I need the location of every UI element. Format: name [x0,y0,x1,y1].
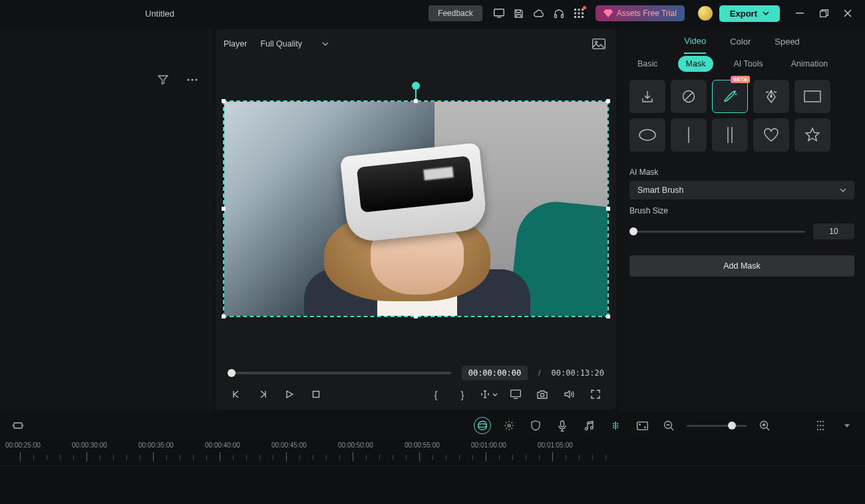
mask-import-icon[interactable] [629,80,665,113]
fullscreen-icon[interactable] [587,386,604,403]
aspect-ratio-icon[interactable] [633,417,651,434]
next-frame-button[interactable] [254,386,271,403]
grid-handle-icon[interactable] [812,417,829,434]
slider-handle[interactable] [629,227,637,235]
ai-mask-value: Smart Brush [637,186,683,195]
shield-icon[interactable] [527,417,544,434]
beta-badge: BETA [731,76,750,83]
svg-point-21 [540,393,544,396]
menu-caret-icon[interactable] [838,417,856,434]
preview-area[interactable] [216,59,616,359]
project-title: Untitled [145,9,174,19]
resize-handle[interactable] [606,315,610,318]
text-cursor-icon[interactable] [480,386,498,403]
zoom-out-icon[interactable] [660,417,677,434]
ruler-time-label: 00:01:00:00 [471,441,506,449]
quality-selector[interactable]: Full Quality [260,39,329,49]
window-minimize[interactable] [788,3,812,23]
window-close[interactable] [836,3,860,23]
timeline-tracks[interactable] [0,465,865,504]
ai-sphere-icon[interactable] [474,417,491,434]
mask-double-line-icon[interactable] [712,118,748,152]
svg-point-30 [478,424,487,427]
display-icon[interactable] [507,386,524,403]
volume-icon[interactable] [560,386,578,403]
tab-speed[interactable]: Speed [775,30,800,53]
current-timecode[interactable]: 00:00:00:00 [462,366,528,380]
zoom-in-icon[interactable] [756,417,773,434]
assets-trial-button[interactable]: Assets Free Trial [596,5,685,21]
subtab-ai-tools[interactable]: AI Tools [725,56,771,72]
save-icon[interactable] [509,3,529,23]
timeline-ruler[interactable]: 00:00:25:0000:00:30:0000:00:35:0000:00:4… [0,439,865,465]
svg-point-31 [508,424,510,427]
svg-point-45 [820,429,821,430]
svg-rect-6 [574,13,576,15]
subtab-mask[interactable]: Mask [678,56,714,72]
inspector-tabs: Video Color Speed [619,27,865,56]
music-note-icon[interactable] [580,417,598,434]
scrub-handle[interactable] [228,369,236,377]
feedback-button[interactable]: Feedback [429,5,482,21]
tab-color[interactable]: Color [730,30,751,53]
apps-grid-icon[interactable] [569,3,589,23]
tab-video[interactable]: Video [684,29,706,54]
ruler-time-label: 00:01:05:00 [538,441,573,449]
microphone-icon[interactable] [554,417,571,434]
camera-snapshot-icon[interactable] [534,386,551,403]
chevron-down-icon [322,42,329,46]
player-label: Player [224,39,247,49]
timeline-zoom-slider[interactable] [687,425,747,427]
resize-handle[interactable] [414,99,418,103]
subtab-animation[interactable]: Animation [783,56,836,72]
rotate-handle[interactable] [412,82,420,90]
mask-heart-icon[interactable] [753,118,789,152]
mask-single-line-icon[interactable] [671,118,707,152]
svg-rect-35 [637,422,647,430]
resize-handle[interactable] [414,315,418,318]
mask-star-icon[interactable] [794,118,830,152]
subtab-basic[interactable]: Basic [629,56,666,72]
resize-handle[interactable] [222,207,226,211]
more-icon[interactable] [182,70,202,90]
window-maximize[interactable] [812,3,836,23]
filter-icon[interactable] [153,70,173,90]
svg-point-27 [639,130,655,140]
clip-transform-box[interactable] [223,100,609,317]
resize-handle[interactable] [222,315,226,318]
ai-mask-dropdown[interactable]: Smart Brush [629,181,854,199]
svg-point-15 [191,78,193,80]
resize-handle[interactable] [222,99,226,103]
svg-point-39 [820,421,821,422]
add-mask-button[interactable]: Add Mask [629,255,854,277]
avatar[interactable] [698,6,713,21]
magnet-split-icon[interactable] [607,417,624,434]
headphones-icon[interactable] [549,3,569,23]
zoom-handle[interactable] [728,422,736,430]
svg-rect-1 [554,15,556,18]
stop-button[interactable] [307,386,325,403]
scrub-bar[interactable] [228,372,451,374]
snapshot-landscape-icon[interactable] [590,35,608,53]
mask-pen-icon[interactable] [753,80,789,113]
mask-ellipse-icon[interactable] [629,118,665,152]
svg-point-24 [736,94,737,95]
screen-icon[interactable] [489,3,509,23]
svg-point-41 [817,425,818,426]
play-button[interactable] [281,386,298,403]
crop-icon[interactable] [9,417,27,434]
resize-handle[interactable] [606,99,610,103]
mark-out-button[interactable]: } [454,386,471,403]
mask-rectangle-icon[interactable] [794,80,830,113]
color-adjust-icon[interactable] [500,417,518,434]
brush-size-value[interactable]: 10 [813,223,854,239]
mask-brush-icon[interactable]: BETA [712,80,748,113]
resize-handle[interactable] [606,207,610,211]
mask-none-icon[interactable] [671,80,707,113]
cloud-icon[interactable] [529,3,549,23]
mark-in-button[interactable]: { [427,386,444,403]
prev-frame-button[interactable] [228,386,245,403]
svg-point-16 [195,78,197,80]
export-button[interactable]: Export [719,5,780,22]
brush-size-slider[interactable] [629,231,805,233]
